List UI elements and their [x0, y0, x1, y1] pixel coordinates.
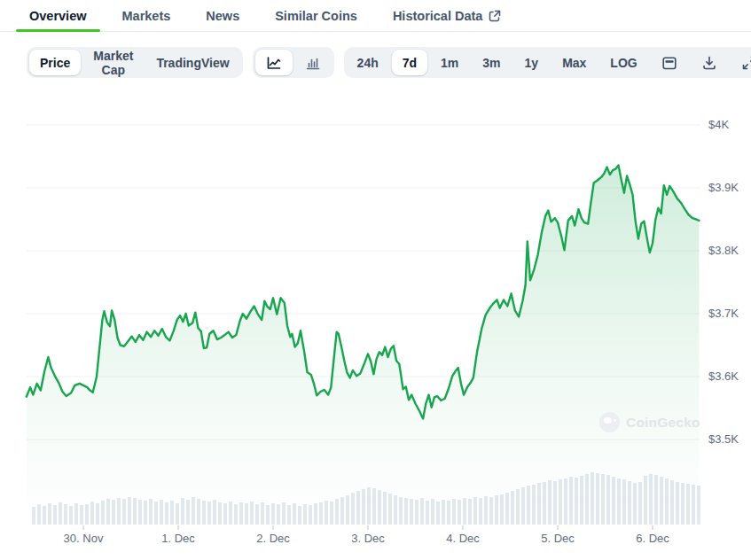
- bar-chart-type-button[interactable]: [294, 50, 332, 75]
- line-chart-icon: [265, 54, 283, 72]
- bar-chart-icon: [304, 54, 322, 72]
- coin-chart-page: Overview Markets News Similar Coins Hist…: [0, 0, 751, 560]
- tradingview-button[interactable]: TradingView: [145, 50, 239, 75]
- x-axis-label-4dec: 4. Dec: [426, 532, 500, 545]
- range-1m-button[interactable]: 1m: [430, 50, 469, 75]
- x-axis-label-2dec: 2. Dec: [236, 532, 310, 545]
- x-axis-label-3dec: 3. Dec: [331, 532, 405, 545]
- market-cap-button[interactable]: Market Cap: [82, 50, 144, 75]
- tab-news-label: News: [206, 9, 239, 23]
- metric-segmented-control: Price Market Cap TradingView: [27, 47, 243, 78]
- fullscreen-button[interactable]: [731, 50, 751, 75]
- y-axis-label-3-5k: $3.5K: [708, 432, 749, 447]
- x-axis-ticks: [83, 525, 653, 530]
- coingecko-watermark: CoinGecko: [599, 412, 700, 432]
- chart-type-segmented-control: [253, 47, 334, 78]
- tab-historical-data[interactable]: Historical Data: [379, 0, 515, 31]
- market-cap-button-label: Market Cap: [93, 49, 133, 77]
- price-area-fill: [27, 165, 700, 525]
- x-axis-label-5dec: 5. Dec: [520, 532, 595, 545]
- x-axis-label-6dec: 6. Dec: [615, 532, 690, 545]
- range-segmented-control: 24h 7d 1m 3m 1y Max LOG: [344, 47, 751, 78]
- line-chart-type-button[interactable]: [255, 50, 293, 75]
- y-axis-label-4k: $4K: [708, 117, 749, 133]
- page-tabbar: Overview Markets News Similar Coins Hist…: [0, 0, 751, 32]
- external-link-icon: [489, 10, 501, 22]
- tab-news[interactable]: News: [192, 0, 253, 31]
- y-axis-label-3-7k: $3.7K: [708, 306, 749, 322]
- expand-icon: [740, 54, 751, 72]
- x-axis-label-1dec: 1. Dec: [141, 532, 215, 545]
- range-24h-label: 24h: [357, 56, 379, 70]
- range-max-label: Max: [562, 56, 586, 70]
- log-scale-label: LOG: [610, 56, 637, 70]
- range-24h-button[interactable]: 24h: [347, 50, 389, 75]
- tab-overview-label: Overview: [29, 9, 87, 23]
- range-1y-label: 1y: [525, 56, 539, 70]
- range-3m-label: 3m: [482, 56, 500, 70]
- price-chart-canvas[interactable]: [0, 0, 751, 560]
- y-axis-label-3-8k: $3.8K: [708, 243, 749, 259]
- tab-markets[interactable]: Markets: [109, 0, 184, 31]
- price-button[interactable]: Price: [29, 50, 81, 75]
- price-button-label: Price: [40, 56, 70, 70]
- price-line-series: [27, 165, 700, 525]
- range-1y-button[interactable]: 1y: [514, 50, 550, 75]
- x-axis-label-30nov: 30. Nov: [46, 532, 121, 545]
- range-7d-label: 7d: [403, 56, 417, 70]
- range-1m-label: 1m: [441, 56, 458, 70]
- y-axis-label-3-6k: $3.6K: [708, 369, 749, 385]
- tab-similar-coins-label: Similar Coins: [275, 9, 357, 23]
- tab-similar-coins[interactable]: Similar Coins: [262, 0, 371, 31]
- range-3m-button[interactable]: 3m: [472, 50, 511, 75]
- tradingview-button-label: TradingView: [156, 56, 229, 70]
- log-scale-button[interactable]: LOG: [599, 50, 647, 75]
- tab-overview[interactable]: Overview: [16, 0, 100, 31]
- date-range-button[interactable]: [651, 50, 688, 75]
- download-button[interactable]: [691, 50, 728, 75]
- coingecko-logo-icon: [599, 412, 620, 432]
- coingecko-watermark-label: CoinGecko: [626, 415, 700, 431]
- tab-markets-label: Markets: [122, 9, 171, 23]
- download-icon: [700, 54, 718, 72]
- tab-historical-data-label: Historical Data: [393, 9, 483, 23]
- range-7d-button[interactable]: 7d: [392, 50, 427, 75]
- y-axis-label-3-9k: $3.9K: [708, 180, 749, 196]
- chart-toolbar: Price Market Cap TradingView: [27, 47, 748, 78]
- range-max-button[interactable]: Max: [552, 50, 597, 75]
- calendar-icon: [661, 54, 678, 72]
